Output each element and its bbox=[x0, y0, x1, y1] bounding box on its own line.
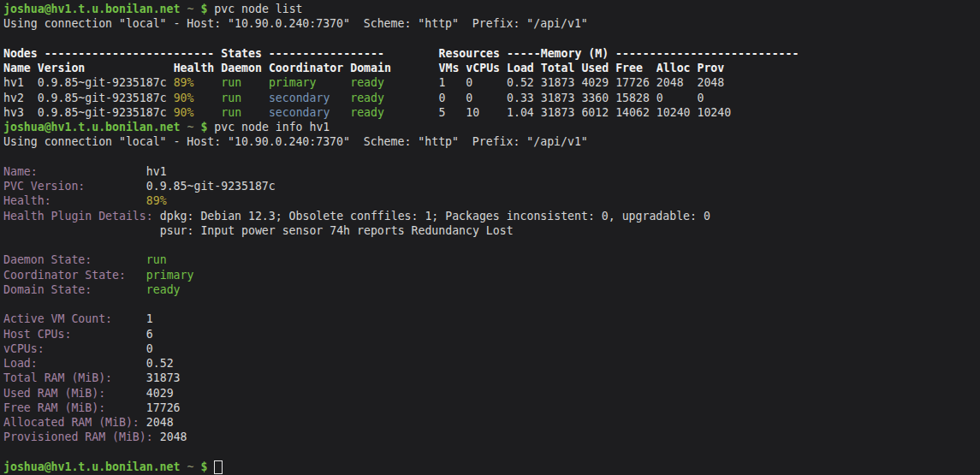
info-line: Free RAM (MiB):17726 bbox=[0, 401, 980, 415]
command-text: pvc node list bbox=[214, 2, 302, 16]
info-label: Coordinator State: bbox=[3, 268, 126, 282]
info-line: Provisioned RAM (MiB):2048 bbox=[0, 430, 980, 444]
table-cell-coordinator: secondary bbox=[269, 105, 330, 120]
table-column-header: Total bbox=[541, 61, 575, 75]
info-value: 1 bbox=[146, 312, 153, 326]
info-line: Name:hv1 bbox=[0, 164, 980, 179]
table-cell-prov: 2048 bbox=[697, 75, 724, 90]
table-cell-alloc: 10240 bbox=[656, 105, 691, 120]
prompt-cwd: ~ bbox=[187, 2, 194, 16]
table-cell-domain: ready bbox=[350, 75, 384, 90]
table-cell-alloc: 0 bbox=[656, 91, 663, 105]
info-value: 0.9.85~git-9235187c bbox=[146, 179, 276, 193]
info-label: Total RAM (MiB): bbox=[3, 371, 112, 385]
table-group-header: Nodes ------------------------- bbox=[3, 46, 214, 61]
info-label: Name: bbox=[3, 164, 38, 179]
table-column-header: Health bbox=[174, 61, 215, 75]
terminal[interactable]: joshua@hv1.t.u.bonilan.net~$pvc node lis… bbox=[0, 0, 980, 475]
prompt-symbol: $ bbox=[200, 2, 207, 16]
info-value: 4029 bbox=[146, 386, 174, 401]
table-cell-name: hv2 bbox=[3, 91, 24, 105]
table-cell-health: 90% bbox=[174, 105, 194, 120]
prompt-user-host: joshua@hv1.t.u.bonilan.net bbox=[3, 2, 180, 16]
table-cell-free: 15828 bbox=[615, 91, 650, 105]
table-cell-domain: ready bbox=[350, 91, 384, 105]
info-label: Host CPUs: bbox=[3, 327, 71, 341]
info-value: 31873 bbox=[146, 371, 181, 385]
table-cell-total: 31873 bbox=[541, 75, 575, 90]
connection-status: Using connection "local" - Host: "10.90.… bbox=[3, 134, 588, 149]
info-value: psur: Input power sensor 74h reports Red… bbox=[160, 223, 514, 238]
info-value: 0.52 bbox=[146, 356, 174, 371]
prompt-symbol: $ bbox=[200, 120, 207, 134]
table-column-header: vCPUs bbox=[466, 61, 500, 75]
info-line: Total RAM (MiB):31873 bbox=[0, 371, 980, 385]
table-group-header: States ----------------- bbox=[221, 46, 384, 61]
table-cell-version: 0.9.85~git-9235187c bbox=[38, 91, 167, 105]
table-cell-vms: 5 bbox=[439, 105, 446, 120]
info-value: 2048 bbox=[146, 415, 174, 430]
info-line: Active VM Count:1 bbox=[0, 312, 980, 326]
info-line: Daemon State:run bbox=[0, 252, 980, 267]
info-line: Health Plugin Details:dpkg: Debian 12.3;… bbox=[0, 209, 980, 223]
node-row: hv20.9.85~git-9235187c90%runsecondaryrea… bbox=[0, 91, 980, 105]
prompt-line: joshua@hv1.t.u.bonilan.net~$pvc node inf… bbox=[0, 120, 980, 134]
table-cell-alloc: 2048 bbox=[656, 75, 684, 90]
info-value: ready bbox=[146, 282, 181, 297]
info-line: Host CPUs:6 bbox=[0, 327, 980, 341]
table-cell-name: hv1 bbox=[3, 75, 24, 90]
table-cell-vms: 0 bbox=[439, 91, 446, 105]
prompt-cwd: ~ bbox=[187, 460, 194, 474]
prompt-symbol: $ bbox=[200, 460, 207, 474]
info-line: Used RAM (MiB):4029 bbox=[0, 386, 980, 401]
table-cell-used: 3360 bbox=[581, 91, 609, 105]
info-line: Allocated RAM (MiB):2048 bbox=[0, 415, 980, 430]
table-cell-domain: ready bbox=[350, 105, 384, 120]
info-value: 17726 bbox=[146, 401, 181, 415]
table-cell-name: hv3 bbox=[3, 105, 24, 120]
table-column-header: Free bbox=[615, 61, 643, 75]
info-value: hv1 bbox=[146, 164, 167, 179]
table-group-header-line: Nodes -------------------------States --… bbox=[0, 46, 980, 61]
table-cell-total: 31873 bbox=[541, 91, 575, 105]
table-group-header: Resources ----- bbox=[439, 46, 541, 61]
info-label: Daemon State: bbox=[3, 252, 92, 267]
info-value: 0 bbox=[146, 341, 153, 356]
table-column-header: Coordinator bbox=[269, 61, 343, 75]
info-line: Coordinator State:primary bbox=[0, 268, 980, 282]
table-cell-prov: 0 bbox=[697, 91, 704, 105]
table-cell-load: 0.33 bbox=[507, 91, 534, 105]
info-line: Domain State:ready bbox=[0, 282, 980, 297]
table-column-header: Prov bbox=[697, 61, 724, 75]
info-line: psur: Input power sensor 74h reports Red… bbox=[0, 223, 980, 238]
table-cell-daemon: run bbox=[221, 75, 241, 90]
node-row: hv30.9.85~git-9235187c90%runsecondaryrea… bbox=[0, 105, 980, 120]
table-cell-vcpus: 10 bbox=[466, 105, 479, 120]
info-value: 2048 bbox=[160, 430, 187, 444]
table-column-header: Used bbox=[581, 61, 609, 75]
table-column-header: Daemon bbox=[221, 61, 262, 75]
table-cell-version: 0.9.85~git-9235187c bbox=[38, 105, 167, 120]
info-line: PVC Version:0.9.85~git-9235187c bbox=[0, 179, 980, 193]
table-column-header: VMs bbox=[439, 61, 460, 75]
table-column-header: Version bbox=[38, 61, 86, 75]
info-label: Used RAM (MiB): bbox=[3, 386, 105, 401]
table-cell-health: 89% bbox=[174, 75, 194, 90]
info-label: vCPUs: bbox=[3, 341, 45, 356]
table-cell-version: 0.9.85~git-9235187c bbox=[38, 75, 167, 90]
info-label: Provisioned RAM (MiB): bbox=[3, 430, 153, 444]
info-label: Load: bbox=[3, 356, 38, 371]
connection-status: Using connection "local" - Host: "10.90.… bbox=[3, 16, 588, 31]
info-label: Domain State: bbox=[3, 282, 92, 297]
table-column-header: Name bbox=[3, 61, 31, 75]
prompt-line: joshua@hv1.t.u.bonilan.net~$pvc node lis… bbox=[0, 2, 980, 16]
info-label: Health Plugin Details: bbox=[3, 209, 153, 223]
status-line: Using connection "local" - Host: "10.90.… bbox=[0, 134, 980, 149]
info-value: primary bbox=[146, 268, 194, 282]
table-header-line: NameVersionHealthDaemonCoordinatorDomain… bbox=[0, 61, 980, 75]
table-column-header: Load bbox=[507, 61, 534, 75]
terminal-cursor bbox=[214, 460, 223, 474]
table-cell-free: 17726 bbox=[615, 75, 650, 90]
table-cell-load: 1.04 bbox=[507, 105, 534, 120]
table-cell-vms: 1 bbox=[439, 75, 446, 90]
